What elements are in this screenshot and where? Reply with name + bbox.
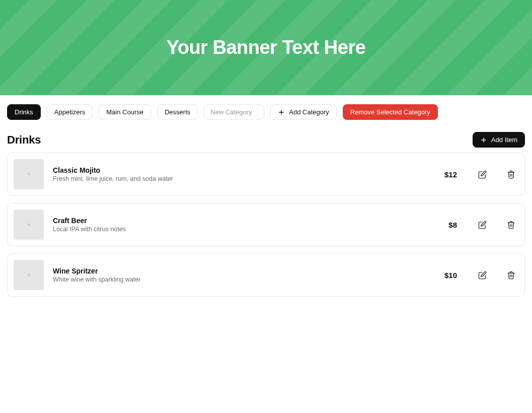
- image-placeholder[interactable]: [14, 210, 44, 240]
- item-name: Craft Beer: [53, 217, 439, 225]
- item-list: Classic Mojito Fresh mint, lime juice, r…: [0, 153, 532, 309]
- item-description: Local IPA with citrus notes: [53, 226, 439, 233]
- plus-icon: [278, 109, 285, 116]
- delete-item-button[interactable]: [504, 218, 518, 232]
- add-item-button[interactable]: Add Item: [473, 132, 525, 148]
- category-toolbar: Drinks Appetizers Main Course Desserts A…: [0, 95, 532, 120]
- plus-icon: [26, 222, 31, 227]
- edit-item-button[interactable]: [475, 268, 490, 283]
- item-body: Wine Spritzer White wine with sparkling …: [53, 267, 435, 283]
- list-item: Classic Mojito Fresh mint, lime juice, r…: [7, 153, 525, 196]
- section-header: Drinks Add Item: [0, 120, 532, 153]
- remove-category-label: Remove Selected Category: [350, 108, 430, 116]
- plus-icon: [480, 136, 487, 144]
- item-body: Craft Beer Local IPA with citrus notes: [53, 217, 439, 233]
- item-body: Classic Mojito Fresh mint, lime juice, r…: [53, 166, 435, 182]
- edit-icon: [478, 170, 487, 179]
- delete-item-button[interactable]: [504, 268, 518, 283]
- item-price: $10: [444, 271, 457, 280]
- tab-appetizers[interactable]: Appetizers: [47, 104, 93, 120]
- plus-icon: [26, 272, 31, 278]
- trash-icon: [507, 221, 515, 229]
- item-name: Classic Mojito: [53, 166, 435, 174]
- banner: Your Banner Text Here: [0, 0, 532, 95]
- item-description: Fresh mint, lime juice, rum, and soda wa…: [53, 175, 435, 182]
- image-placeholder[interactable]: [14, 260, 44, 290]
- new-category-input[interactable]: [204, 104, 264, 120]
- item-price: $12: [444, 170, 457, 179]
- image-placeholder[interactable]: [14, 159, 44, 189]
- edit-icon: [478, 271, 487, 280]
- item-price: $8: [448, 221, 457, 229]
- add-category-label: Add Category: [289, 108, 329, 116]
- edit-icon: [478, 221, 487, 229]
- trash-icon: [507, 271, 515, 280]
- banner-title: Your Banner Text Here: [167, 37, 366, 58]
- list-item: Wine Spritzer White wine with sparkling …: [7, 253, 525, 297]
- edit-item-button[interactable]: [475, 218, 490, 232]
- add-category-button[interactable]: Add Category: [270, 104, 337, 120]
- delete-item-button[interactable]: [504, 167, 518, 182]
- trash-icon: [507, 170, 515, 179]
- list-item: Craft Beer Local IPA with citrus notes $…: [7, 203, 525, 246]
- item-name: Wine Spritzer: [53, 267, 435, 275]
- section-title: Drinks: [7, 133, 41, 147]
- tab-main-course[interactable]: Main Course: [99, 104, 151, 120]
- tab-drinks[interactable]: Drinks: [7, 104, 41, 120]
- item-description: White wine with sparkling water: [53, 276, 435, 283]
- add-item-label: Add Item: [491, 136, 517, 144]
- plus-icon: [26, 172, 31, 177]
- edit-item-button[interactable]: [475, 167, 490, 182]
- tab-desserts[interactable]: Desserts: [157, 104, 198, 120]
- remove-category-button[interactable]: Remove Selected Category: [343, 104, 438, 120]
